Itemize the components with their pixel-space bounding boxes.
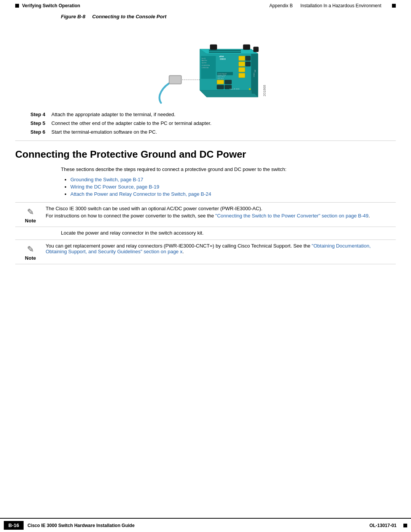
footer-right-square (403, 524, 407, 527)
note-2-icon-area: ✎ Note (15, 243, 46, 261)
note-1-icon-area: ✎ Note (15, 206, 46, 224)
between-notes-para: Locate the power and relay connector in … (15, 230, 396, 236)
note-2-text-pre: You can get replacement power and relay … (46, 243, 312, 249)
bullet-item-1: Grounding the Switch, page B-17 (70, 177, 396, 182)
svg-text:CISCO: CISCO (220, 58, 226, 60)
header-right-square (392, 4, 396, 8)
section-divider (15, 141, 396, 141)
svg-rect-38 (243, 45, 250, 50)
svg-text:alhılı: alhılı (219, 55, 224, 58)
svg-text:Console > Pin 8: Console > Pin 8 (218, 75, 226, 76)
note-2-content: You can get replacement power and relay … (46, 243, 396, 256)
svg-text:Cisco > Pin 0: Cisco > Pin 0 (218, 76, 225, 78)
switch-diagram: alhılı CISCO Port 0/1 Mgmt Port Input Vo… (148, 24, 263, 104)
svg-marker-3 (200, 90, 258, 97)
svg-rect-17 (239, 56, 245, 61)
svg-rect-22 (245, 62, 250, 66)
note-1-label: Note (25, 218, 36, 224)
svg-text:10-30VDC/0.5A: 10-30VDC/0.5A (202, 65, 210, 66)
page-footer: B-16 Cisco IE 3000 Switch Hardware Insta… (0, 518, 411, 532)
figure-label: Figure B-8 (61, 14, 85, 19)
cable-group (159, 75, 200, 103)
svg-text:Input Volt: Input Volt (202, 62, 207, 64)
svg-rect-28 (217, 80, 224, 84)
svg-text:Mgmt Port: Mgmt Port (202, 60, 207, 61)
step-row-6: Step 6 Start the terminal-emulation soft… (15, 129, 396, 135)
page-container: Verifying Switch Operation Appendix B In… (0, 0, 411, 532)
header-left: Verifying Switch Operation (15, 3, 80, 8)
section-intro: These sections describe the steps requir… (15, 166, 396, 172)
svg-text:1-2VDC/0.5A: 1-2VDC/0.5A (202, 67, 209, 69)
step-row-5: Step 5 Connect the other end of the adap… (15, 120, 396, 126)
note-1-after-link: . (368, 213, 370, 219)
svg-rect-39 (253, 47, 258, 52)
svg-rect-21 (245, 56, 250, 61)
footer-left: B-16 Cisco IE 3000 Switch Hardware Insta… (4, 521, 135, 530)
main-content: Figure B-8 Connecting to the Console Por… (0, 10, 411, 518)
note-1-pencil-icon: ✎ (27, 207, 34, 217)
header-right: Appendix B Installation In a Hazardous E… (269, 3, 396, 8)
footer-page-num: B-16 (4, 521, 24, 530)
note-2-label: Note (25, 255, 36, 261)
header-right-appendix: Appendix B (269, 3, 293, 8)
figure-rotated-id: 201868 (263, 85, 266, 96)
step-6-text: Start the terminal-emulation software on… (51, 129, 157, 135)
step-5-text: Connect the other end of the adapter cab… (51, 120, 212, 126)
note-2-after-link: . (182, 249, 184, 254)
svg-text:Gnd > Pin 0: Gnd > Pin 0 (218, 78, 224, 80)
svg-text:CISCO: CISCO (253, 73, 255, 77)
svg-rect-8 (209, 52, 241, 53)
step-4-label: Step 4 (30, 112, 51, 117)
note-1-content: The Cisco IE 3000 switch can be used wit… (46, 206, 396, 220)
note-1-extra-text: For instructions on how to connect the p… (46, 213, 215, 219)
section-bullets: Grounding the Switch, page B-17 Wiring t… (15, 177, 396, 197)
step-4-text: Attach the appropriate adapter to the te… (51, 112, 175, 117)
svg-rect-7 (209, 50, 241, 51)
figure-wrapper: alhılı CISCO Port 0/1 Mgmt Port Input Vo… (148, 24, 263, 104)
bullet-item-2: Wiring the DC Power Source, page B-19 (70, 184, 396, 190)
note-1-text: The Cisco IE 3000 switch can be used wit… (46, 206, 388, 211)
footer-doc-code: OL-13017-01 (370, 523, 397, 528)
note-1-link[interactable]: "Connecting the Switch to the Power Conv… (215, 213, 368, 219)
section-heading: Connecting the Protective Ground and DC … (15, 149, 396, 160)
footer-right: OL-13017-01 (370, 523, 407, 528)
svg-rect-37 (210, 45, 217, 50)
svg-text:Port 0/1: Port 0/1 (202, 58, 206, 59)
svg-rect-19 (239, 67, 245, 72)
bullet-item-3: Attach the Power and Relay Connector to … (70, 191, 396, 197)
header-left-square (15, 4, 19, 8)
svg-rect-20 (239, 73, 245, 78)
svg-text:Console Setup 01: Console Setup 01 (218, 73, 227, 75)
svg-text:Cisco IE 3000: Cisco IE 3000 (229, 88, 240, 90)
bullet-link-1[interactable]: Grounding the Switch, page B-17 (70, 177, 143, 182)
footer-doc-title: Cisco IE 3000 Switch Hardware Installati… (27, 523, 134, 528)
svg-rect-18 (239, 62, 245, 66)
step-5-label: Step 5 (30, 120, 51, 126)
figure-section: Figure B-8 Connecting to the Console Por… (15, 14, 396, 104)
step-6-label: Step 6 (30, 129, 51, 135)
svg-text:allılı: allılı (254, 70, 256, 72)
note-block-2: ✎ Note You can get replacement power and… (15, 240, 396, 264)
figure-title: Connecting to the Console Port (92, 14, 166, 19)
step-row-4: Step 4 Attach the appropriate adapter to… (15, 112, 396, 117)
note-block-1: ✎ Note The Cisco IE 3000 switch can be u… (15, 202, 396, 227)
figure-caption: Figure B-8 Connecting to the Console Por… (61, 14, 166, 19)
svg-rect-1 (170, 76, 181, 83)
svg-rect-29 (225, 80, 231, 84)
bullet-link-2[interactable]: Wiring the DC Power Source, page B-19 (70, 184, 159, 190)
header-right-title: Installation In a Hazardous Environment (300, 3, 381, 8)
top-header: Verifying Switch Operation Appendix B In… (0, 0, 411, 10)
header-left-label: Verifying Switch Operation (22, 3, 80, 8)
note-1-extra: For instructions on how to connect the p… (46, 213, 388, 219)
note-2-pencil-icon: ✎ (27, 244, 34, 254)
svg-point-33 (249, 88, 251, 90)
bullet-link-3[interactable]: Attach the Power and Relay Connector to … (70, 191, 211, 197)
note-2-text: You can get replacement power and relay … (46, 243, 388, 254)
steps-section: Step 4 Attach the appropriate adapter to… (15, 112, 396, 135)
svg-rect-30 (217, 85, 224, 89)
